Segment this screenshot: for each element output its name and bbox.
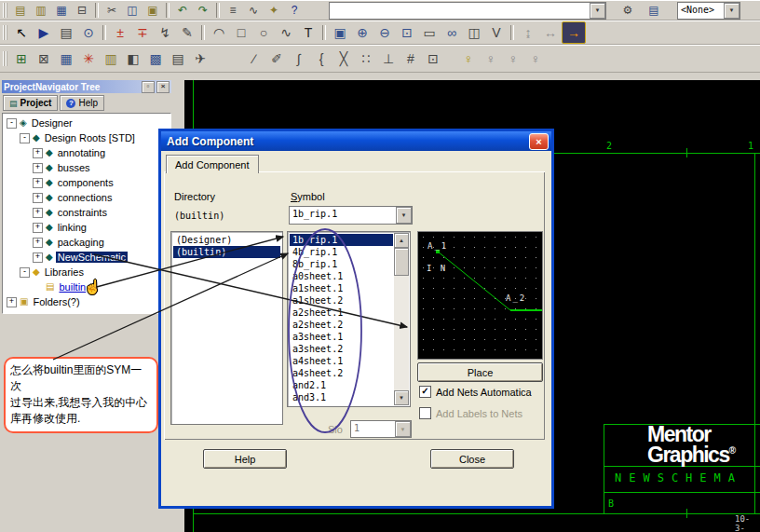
remove-pin-icon[interactable]: ∓ [131, 22, 154, 43]
launch-icon[interactable]: ✈ [189, 48, 211, 69]
scroll-down-icon[interactable]: ▼ [394, 390, 409, 405]
library-icon[interactable]: ▥ [100, 48, 122, 69]
copy-icon[interactable]: ◫ [122, 2, 142, 19]
tab-add-component[interactable]: Add Component [166, 155, 259, 173]
bulb-all-icon[interactable]: ♀ [524, 48, 547, 69]
tree-item-newschematic[interactable]: +◆NewSchematic [3, 250, 170, 265]
symbol-list[interactable]: 1b_rip.14b_rip.18b_rip.1a0sheet.1a1sheet… [287, 231, 411, 407]
key-icon[interactable]: ✦ [264, 2, 284, 19]
tree-item-libraries[interactable]: -◆Libraries [3, 265, 170, 280]
expand-icon[interactable]: + [33, 208, 43, 218]
draw-wire-icon[interactable]: ✎ [176, 22, 198, 43]
undo-icon[interactable]: ↶ [172, 2, 193, 19]
list-icon[interactable]: ≡ [223, 2, 243, 19]
expand-icon[interactable]: + [33, 148, 43, 158]
add-pin-icon[interactable]: ± [109, 22, 131, 43]
expand-icon[interactable]: + [33, 238, 43, 248]
expand-icon[interactable]: + [33, 163, 43, 173]
tree-item-annotating[interactable]: +◆annotating [3, 145, 170, 160]
new-sheet-icon[interactable]: ▤ [10, 2, 31, 19]
symbol-combo[interactable]: 1b_rip.1 ▼ [289, 206, 413, 225]
tree-item-connections[interactable]: +◆connections [3, 190, 170, 205]
distribute-v-icon[interactable]: ↨ [517, 22, 539, 43]
list-item[interactable]: 4b_rip.1 [290, 246, 393, 258]
directory-list[interactable]: (Designer)(builtin) [170, 231, 283, 425]
arc-icon[interactable]: ◠ [208, 22, 230, 43]
pages-icon[interactable]: ◫ [463, 22, 485, 43]
list-item[interactable]: a1sheet.1 [290, 282, 393, 294]
tree-item-components[interactable]: +◆components [3, 175, 170, 190]
net-icon[interactable]: ↯ [154, 22, 176, 43]
scroll-track[interactable] [394, 276, 409, 390]
expand-icon[interactable]: + [33, 178, 43, 188]
list-item[interactable]: (builtin) [173, 246, 280, 258]
curve-icon[interactable]: ∫ [288, 48, 310, 69]
variable-icon[interactable]: V [485, 22, 508, 43]
expand-icon[interactable]: + [33, 193, 43, 203]
scroll-thumb[interactable] [394, 248, 409, 276]
combo-arrow-icon[interactable]: ▼ [590, 3, 605, 19]
open-sheet-icon[interactable]: ▥ [31, 2, 51, 19]
list-item[interactable]: 8b_rip.1 [290, 258, 393, 270]
tree-item-linking[interactable]: +◆linking [3, 220, 170, 235]
tree-item-design-roots-std-[interactable]: -◆Design Roots [STD] [3, 130, 170, 145]
frame-icon[interactable]: ⊡ [422, 48, 444, 69]
compile-icon[interactable]: ◧ [122, 48, 144, 69]
checkbox-checked-icon[interactable]: ✓ [419, 386, 431, 398]
collapse-icon[interactable]: - [20, 267, 30, 278]
text-icon[interactable]: T [297, 22, 319, 43]
list-item[interactable]: a0sheet.1 [290, 270, 393, 282]
spreadsheet-icon[interactable]: ▦ [55, 48, 77, 69]
run-icon[interactable]: ▶ [33, 22, 55, 43]
polyline-icon[interactable]: ∿ [275, 22, 297, 43]
grid-icon[interactable]: ▩ [144, 48, 167, 69]
list-item[interactable]: a3sheet.1 [290, 331, 393, 343]
zoom-area-icon[interactable]: ⊡ [396, 22, 418, 43]
pen-icon[interactable]: ✐ [265, 48, 288, 69]
close-panel-button[interactable]: × [156, 81, 170, 93]
scroll-up-icon[interactable]: ▲ [394, 233, 409, 248]
symbol-list-scrollbar[interactable]: ▲ ▼ [394, 233, 409, 405]
list-item[interactable]: a4sheet.2 [290, 367, 393, 379]
print-icon[interactable]: ⊟ [72, 2, 92, 19]
find-icon[interactable]: ∞ [441, 22, 463, 43]
cut-icon[interactable]: ✂ [102, 2, 122, 19]
tools-icon[interactable]: ⚙ [618, 2, 638, 19]
brace-icon[interactable]: { [310, 48, 332, 69]
list-item[interactable]: a1sheet.2 [290, 294, 393, 307]
pin-icon[interactable]: ⊥ [377, 48, 400, 69]
view-all-icon[interactable]: ⊙ [77, 22, 100, 43]
tree-item-builtin[interactable]: ▤builtin [3, 280, 170, 294]
collapse-icon[interactable]: - [20, 133, 30, 143]
list-item[interactable]: (Designer) [173, 234, 280, 246]
combo-arrow-icon[interactable]: ▼ [724, 3, 740, 19]
cross-icon[interactable]: ╳ [332, 48, 355, 69]
expand-icon[interactable]: + [33, 223, 43, 233]
close-columns-icon[interactable]: ⊠ [33, 48, 55, 69]
zoom-out-icon[interactable]: ⊖ [373, 22, 396, 43]
command-combo[interactable]: ▼ [329, 2, 606, 20]
paste-icon[interactable]: ▣ [142, 2, 163, 19]
list-item[interactable]: a3sheet.2 [290, 343, 393, 355]
bulb-net-icon[interactable]: ♀ [502, 48, 524, 69]
tree-item-folders-[interactable]: +▣Folders(?) [3, 294, 170, 309]
list-item[interactable]: a2sheet.1 [290, 307, 393, 319]
circle-icon[interactable]: ○ [252, 22, 275, 43]
tree-item-busses[interactable]: +◆busses [3, 160, 170, 175]
report-icon[interactable]: ▤ [644, 2, 664, 19]
dialog-close-button[interactable]: × [529, 133, 549, 150]
tab-help[interactable]: ? Help [60, 95, 104, 111]
tree-item-designer[interactable]: -◈Designer [3, 116, 170, 130]
distribute-h-icon[interactable]: ↔ [539, 22, 562, 43]
bulb-off-icon[interactable]: ♀ [480, 48, 502, 69]
tree-item-constraints[interactable]: +◆constraints [3, 205, 170, 220]
toolbar-grip[interactable] [3, 25, 7, 40]
open-schematic-icon[interactable]: ⊞ [10, 48, 33, 69]
collapse-icon[interactable]: - [7, 118, 17, 129]
combo-arrow-icon[interactable]: ▼ [396, 207, 412, 224]
sheet-stack-icon[interactable]: ▤ [55, 22, 77, 43]
help-button[interactable]: Help [203, 449, 287, 469]
expand-icon[interactable]: + [33, 252, 43, 263]
expand-icon[interactable]: + [7, 297, 17, 307]
snap-grid-icon[interactable]: # [400, 48, 422, 69]
